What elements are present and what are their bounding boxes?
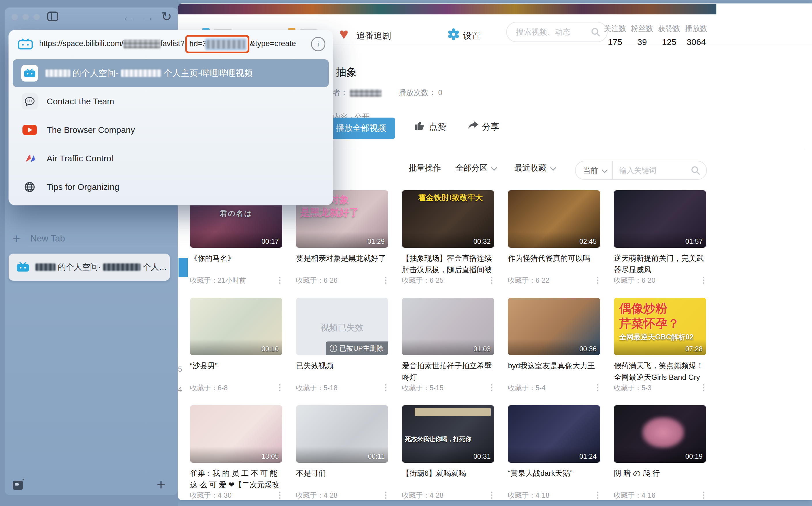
video-title[interactable]: 逆天萌新提前关门，完美武器尽显威风 [614,252,706,276]
video-title[interactable]: 作为怪猎代餐真的可以吗 [508,252,600,276]
video-duration: 00:31 [473,452,491,460]
space-search-box[interactable]: 搜索视频、动态 [506,22,608,42]
video-thumbnail[interactable]: 00:19 [614,405,706,463]
video-thumbnail[interactable]: 霍金铁肘!致敬牢大00:32 [402,190,494,248]
video-card: 霍金铁肘!致敬牢大00:32 【抽象现场】霍金直播连续肘击汉尼拔，随后直播间被封… [402,190,494,298]
video-title[interactable]: 不是哥们 [296,468,388,491]
chevron-down-icon [550,165,556,171]
batch-operate-button[interactable]: 批量操作 [409,163,441,173]
video-collected-date: 4-30 [218,491,231,499]
forward-arrow-icon[interactable]: → [142,10,154,23]
suggestion-air-traffic-control[interactable]: Air Traffic Control [9,144,333,173]
video-meta-row: 收藏于： 5-3 [614,383,706,393]
thumbnail-overlay-text: 死杰米我让你喝，打死你 [405,435,471,443]
window-close-button[interactable] [11,14,18,20]
suggestion-browser-company[interactable]: The Browser Company [9,115,333,144]
share-button[interactable]: 分享 [482,121,499,133]
nav-settings[interactable]: 设置 [463,30,480,42]
nav-bangumi[interactable]: 追番追剧 [357,30,391,42]
chevron-down-icon [602,167,608,173]
info-icon[interactable]: i [311,37,325,51]
more-options-icon[interactable] [701,383,706,393]
video-meta-row: 收藏于： 4-18 [508,491,600,500]
video-card: 偶像炒粉芹菜怀孕？全网最逆天GBC解析0207:28 假药满天飞，笑点频频爆！全… [614,298,706,405]
more-options-icon[interactable] [383,491,388,500]
video-card: 02:45 作为怪猎代餐真的可以吗 收藏于： 6-22 [508,190,600,298]
more-options-icon[interactable] [277,383,282,393]
video-thumbnail[interactable]: 00:11 [296,405,388,463]
suggestion-contact-team[interactable]: Contact the Team [9,87,333,115]
suggestion-selected[interactable]: 的个人空间- 个人主页-哔哩哔哩视频 [13,59,329,87]
video-title[interactable]: byd我这室友是真像大力王 [508,360,600,384]
video-title[interactable]: 爱音拍素世拍祥子拍立希壁咚灯 [402,360,494,384]
more-options-icon[interactable] [595,491,600,500]
video-thumbnail[interactable]: 01:57 [614,190,706,248]
video-collected-date: 5-18 [324,384,337,392]
more-options-icon[interactable] [701,275,706,285]
video-thumbnail[interactable]: 00:36 [508,298,600,355]
search-icon [590,27,601,37]
video-collected-date: 5-3 [641,384,651,392]
address-bar[interactable]: https://space.bilibili.com/favlist?fid=3… [9,30,333,58]
play-all-button[interactable]: 播放全部视频 [327,117,395,139]
more-options-icon[interactable] [277,491,282,500]
window-zoom-button[interactable] [33,14,40,20]
video-meta-row: 收藏于： 4-28 [402,491,494,500]
more-options-icon[interactable] [489,275,494,285]
more-options-icon[interactable] [277,275,282,285]
video-collected-date: 4-28 [324,491,337,499]
back-arrow-icon[interactable]: ← [122,10,135,23]
air-traffic-control-icon [21,150,38,167]
library-box-icon[interactable] [13,481,23,490]
sidebar-active-tab[interactable]: 的个人空间· 个人… [9,254,170,281]
share-arrow-icon[interactable] [467,119,480,132]
more-options-icon[interactable] [595,383,600,393]
more-options-icon[interactable] [383,275,388,285]
video-title[interactable]: 阴 暗 の 爬 行 [614,468,706,491]
more-options-icon[interactable] [489,491,494,500]
deleted-by-uploader-badge: !已被UP主删除 [326,341,388,355]
invalid-video-text: 视频已失效 [296,322,388,334]
sidebar-add-icon[interactable]: + [157,476,165,493]
new-tab-button[interactable]: + New Tab [13,232,65,245]
url-text[interactable]: https://space.bilibili.com/favlist?fid=3… [39,35,311,53]
video-duration: 00:17 [262,238,279,246]
video-title[interactable]: 假药满天飞，笑点频频爆！全网最逆天Girls Band Cry解析 [614,360,706,384]
fid-annotation-box: fid=3 [185,35,249,53]
video-thumbnail[interactable]: 死杰米我让你喝，打死你00:31 [402,405,494,463]
video-title[interactable]: 《你的马名》 [190,252,282,276]
keyword-search-box[interactable]: 当前 输入关键词 [575,161,707,180]
video-duration: 02:45 [579,238,597,246]
video-title[interactable]: “黄泉大战dark天鹅” [508,468,600,491]
thumbnail-overlay-text: 全网最逆天GBC解析02 [619,332,693,342]
video-thumbnail[interactable]: 偶像炒粉芹菜怀孕？全网最逆天GBC解析0207:28 [614,298,706,355]
like-thumb-icon[interactable] [413,119,426,132]
reload-icon[interactable]: ↻ [161,10,172,23]
like-button[interactable]: 点赞 [429,121,446,133]
video-thumbnail[interactable]: 视频已失效!已被UP主删除 [296,298,388,355]
video-title[interactable]: 雀巢：我 的 员 工 不 可 能 这 么 可 爱 ❤【二次元爆改 [190,468,282,491]
more-options-icon[interactable] [595,275,600,285]
video-title[interactable]: 【街霸6】就喝就喝 [402,468,494,491]
sort-dropdown[interactable]: 最近收藏 [514,163,555,173]
more-options-icon[interactable] [489,383,494,393]
more-options-icon[interactable] [701,491,706,500]
video-title[interactable]: 已失效视频 [296,360,388,384]
search-icon[interactable] [690,165,701,175]
more-options-icon[interactable] [383,383,388,393]
video-thumbnail[interactable]: 02:45 [508,190,600,248]
video-thumbnail[interactable]: 00:10 [190,298,282,355]
video-title[interactable]: 【抽象现场】霍金直播连续肘击汉尼拔，随后直播间被封 [402,252,494,276]
window-minimize-button[interactable] [22,14,29,20]
video-thumbnail[interactable]: 01:03 [402,298,494,355]
video-title[interactable]: “沙县男” [190,360,282,384]
video-thumbnail[interactable]: 01:24 [508,405,600,463]
suggestion-tips-organizing[interactable]: Tips for Organizing [9,173,333,201]
search-scope-dropdown[interactable]: 当前 [583,165,606,175]
youtube-icon [22,125,37,135]
category-dropdown[interactable]: 全部分区 [455,163,496,173]
sidebar-toggle-icon[interactable] [47,11,58,21]
video-thumbnail[interactable]: 13:05 [190,405,282,463]
video-title[interactable]: 要是相亲对象是黑龙就好了 [296,252,388,276]
bilibili-tv-icon [21,65,38,82]
